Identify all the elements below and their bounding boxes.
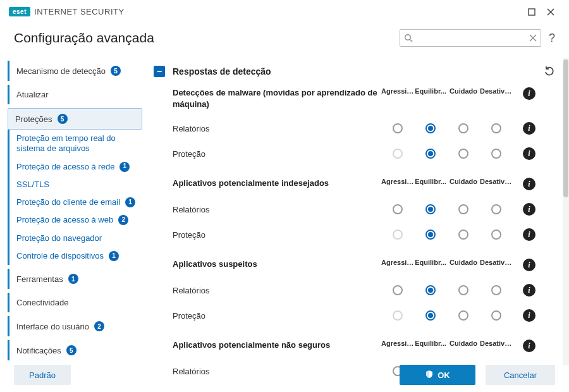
radio-option[interactable]	[425, 149, 436, 159]
sidebar-item-label: Proteção de acesso à rede	[16, 162, 114, 172]
settings-row: Proteçãoi	[173, 141, 560, 166]
radio-option[interactable]	[393, 230, 403, 240]
group-title: Aplicativos potencialmente não seguros	[173, 340, 381, 351]
level-header: Equilibr...	[414, 178, 447, 185]
radio-option[interactable]	[491, 310, 501, 321]
sidebar-item[interactable]: Controle de dispositivos1	[8, 247, 142, 265]
sidebar-item-label: Notificações	[16, 346, 61, 355]
radio-option[interactable]	[458, 230, 468, 240]
clear-icon[interactable]	[529, 34, 537, 42]
radio-option[interactable]	[393, 149, 403, 159]
info-icon[interactable]: i	[523, 178, 535, 190]
sidebar-item-label: Ferramentas	[16, 274, 63, 284]
search-input[interactable]	[417, 34, 525, 43]
brand-badge: eset	[9, 7, 30, 16]
row-label: Relatórios	[173, 124, 381, 133]
radio-option[interactable]	[425, 204, 436, 214]
settings-row: Relatóriosi	[173, 116, 560, 141]
radio-option[interactable]	[491, 230, 501, 240]
radio-option[interactable]	[393, 285, 403, 295]
level-header: Agressivo	[381, 340, 414, 347]
ok-label: OK	[437, 371, 450, 380]
sidebar-item-label: SSL/TLS	[16, 180, 49, 190]
radio-option[interactable]	[425, 230, 436, 240]
info-icon[interactable]: i	[523, 309, 535, 322]
level-header: Equilibr...	[414, 87, 447, 95]
info-icon[interactable]: i	[523, 340, 535, 352]
sidebar-item[interactable]: Proteção do navegador	[8, 230, 142, 247]
radio-option[interactable]	[491, 204, 501, 214]
ok-button[interactable]: OK	[400, 365, 475, 385]
sidebar: Mecanismo de detecção5AtualizarProteções…	[0, 58, 149, 365]
window-maximize-icon[interactable]	[522, 3, 541, 21]
radio-option[interactable]	[491, 123, 501, 133]
sidebar-item[interactable]: Proteção de acesso à web2	[8, 211, 142, 229]
sidebar-item[interactable]: Mecanismo de detecção5	[8, 61, 142, 81]
radio-option[interactable]	[458, 123, 468, 133]
window-close-icon[interactable]	[541, 3, 560, 21]
radio-option[interactable]	[393, 310, 403, 321]
settings-group: Detecções de malware (movidas por aprend…	[154, 87, 560, 178]
settings-row: Relatóriosi	[173, 197, 560, 222]
sidebar-item[interactable]: SSL/TLS	[8, 176, 142, 193]
body: Mecanismo de detecção5AtualizarProteções…	[0, 58, 569, 365]
sidebar-item[interactable]: Conectividade	[8, 293, 142, 312]
level-header: Desativa...	[480, 340, 513, 347]
row-label: Proteção	[173, 311, 381, 321]
info-icon[interactable]: i	[523, 203, 535, 216]
settings-group: Aplicativos potencialmente indesejadosAg…	[154, 178, 560, 259]
sidebar-item[interactable]: Proteção do cliente de email1	[8, 193, 142, 211]
scrollbar[interactable]	[563, 58, 569, 365]
settings-group: Aplicativos suspeitosAgressivoEquilibr..…	[154, 259, 560, 340]
level-header: Cuidado	[447, 178, 480, 185]
collapse-toggle-icon[interactable]: −	[154, 66, 165, 77]
radio-option[interactable]	[458, 310, 468, 321]
count-badge: 1	[109, 251, 119, 261]
level-header: Desativa...	[480, 87, 513, 95]
count-badge: 1	[125, 197, 135, 207]
info-icon[interactable]: i	[523, 228, 535, 241]
sidebar-item[interactable]: Interface do usuário2	[8, 316, 142, 336]
level-header: Cuidado	[447, 340, 480, 347]
shield-icon	[425, 370, 434, 381]
undo-icon[interactable]	[544, 66, 555, 77]
count-badge: 1	[119, 162, 130, 172]
radio-option[interactable]	[458, 204, 468, 214]
level-header: Agressivo	[381, 87, 414, 95]
radio-option[interactable]	[425, 310, 436, 321]
sidebar-item[interactable]: Proteções5	[8, 108, 142, 130]
default-button[interactable]: Padrão	[14, 365, 71, 385]
radio-option[interactable]	[393, 204, 403, 214]
info-icon[interactable]: i	[523, 284, 535, 297]
help-button[interactable]: ?	[549, 32, 555, 45]
scrollbar-thumb[interactable]	[563, 59, 568, 197]
info-icon[interactable]: i	[523, 122, 535, 135]
page-title: Configuração avançada	[14, 30, 400, 46]
sidebar-item-label: Mecanismo de detecção	[16, 66, 106, 76]
level-header: Desativa...	[480, 178, 513, 185]
info-icon[interactable]: i	[523, 259, 535, 271]
radio-option[interactable]	[458, 149, 468, 159]
radio-option[interactable]	[425, 123, 436, 133]
titlebar: eset INTERNET SECURITY	[0, 0, 569, 24]
sidebar-item[interactable]: Proteção de acesso à rede1	[8, 158, 142, 176]
sidebar-item-label: Proteções	[15, 114, 52, 124]
info-icon[interactable]: i	[523, 147, 535, 160]
cancel-button[interactable]: Cancelar	[486, 365, 555, 385]
sidebar-item-label: Proteção do cliente de email	[16, 197, 120, 207]
svg-rect-0	[529, 9, 535, 15]
sidebar-item[interactable]: Ferramentas1	[8, 269, 142, 289]
sidebar-item-label: Controle de dispositivos	[16, 251, 104, 261]
radio-option[interactable]	[491, 285, 501, 295]
radio-option[interactable]	[458, 285, 468, 295]
info-icon[interactable]: i	[523, 87, 535, 100]
level-header: Equilibr...	[414, 340, 447, 347]
sidebar-item[interactable]: Proteção em tempo real do sistema de arq…	[8, 130, 142, 158]
radio-option[interactable]	[393, 123, 403, 133]
radio-option[interactable]	[425, 285, 436, 295]
row-label: Proteção	[173, 230, 381, 240]
sidebar-item[interactable]: Atualizar	[8, 85, 142, 104]
search-box[interactable]	[400, 29, 541, 47]
settings-row: Proteçãoi	[173, 303, 560, 328]
radio-option[interactable]	[491, 149, 501, 159]
